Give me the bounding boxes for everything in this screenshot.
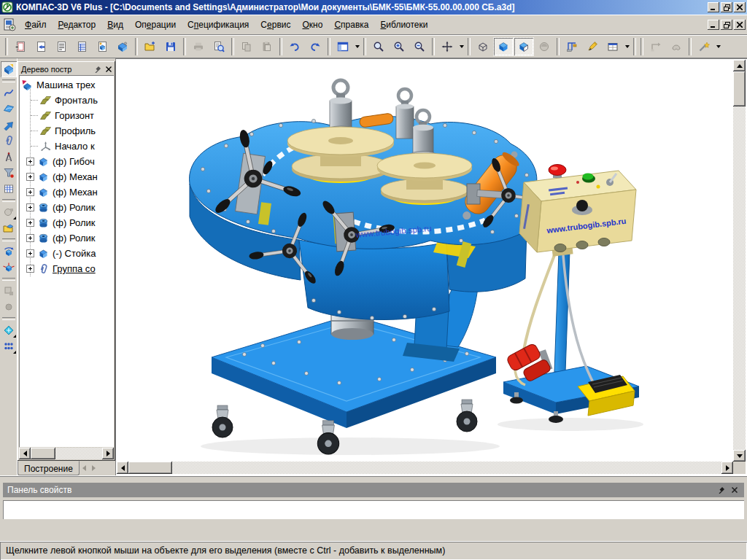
scroll-down-button[interactable]	[733, 450, 746, 462]
sketch-edit-button[interactable]	[582, 37, 603, 56]
control-stand[interactable]: www.trubogib.spb.ru	[503, 165, 639, 424]
menu-item[interactable]: Библиотеки	[374, 17, 433, 33]
menu-item[interactable]: Вид	[101, 17, 129, 33]
show-panels-button[interactable]	[333, 37, 353, 56]
lifting-eyebolt-rear[interactable]	[396, 89, 414, 139]
check-part-button[interactable]	[1, 204, 17, 220]
menu-item[interactable]: Справка	[328, 17, 374, 33]
restore-button[interactable]	[721, 2, 732, 12]
measurements-button[interactable]	[1, 149, 17, 165]
new-text-document-button[interactable]	[51, 37, 71, 56]
menu-item[interactable]: Файл	[19, 17, 53, 33]
shaded-with-edges-button[interactable]	[514, 37, 534, 56]
menu-item[interactable]: Операции	[129, 17, 182, 33]
print-button[interactable]	[188, 37, 209, 56]
tab-scroll-right[interactable]	[89, 461, 98, 475]
tree-item[interactable]: Группа со	[19, 261, 114, 276]
hide-components-button[interactable]	[1, 283, 17, 299]
properties-panel-content[interactable]	[3, 500, 744, 519]
doc-close-button[interactable]	[734, 20, 746, 30]
scroll-left-button[interactable]	[117, 462, 128, 474]
scroll-right-button[interactable]	[721, 462, 733, 474]
minimize-button[interactable]	[708, 2, 719, 12]
zoom-in-button[interactable]	[389, 37, 409, 56]
undo-button[interactable]	[285, 37, 305, 56]
designations-button[interactable]	[562, 37, 582, 56]
scroll-thumb[interactable]	[733, 71, 746, 106]
zoom-out-button[interactable]	[409, 37, 430, 56]
viewport-3d[interactable]: www.trubogib.spb.ru www.trubogib.spb.ru	[115, 58, 747, 475]
scroll-thumb[interactable]	[31, 448, 55, 459]
tree-item[interactable]: (ф) Механ	[19, 169, 114, 184]
spatial-curves-button[interactable]	[1, 85, 17, 101]
start-button[interactable]	[583, 174, 594, 180]
paste-button[interactable]	[257, 37, 277, 56]
parametrization-button[interactable]	[1, 181, 17, 197]
measure-dropdown[interactable]	[714, 38, 722, 55]
face-style-button[interactable]	[666, 37, 686, 56]
new-part-button[interactable]	[112, 37, 133, 56]
copy-button[interactable]	[236, 37, 257, 56]
expand-toggle[interactable]	[26, 249, 34, 257]
new-sheet-button[interactable]	[10, 37, 31, 56]
properties-panel-header[interactable]: Панель свойств	[3, 483, 744, 497]
scroll-track[interactable]	[733, 71, 746, 450]
tree-item[interactable]: (ф) Ролик	[19, 215, 114, 230]
tab-scroll-left[interactable]	[80, 461, 89, 475]
zoom-frame-button[interactable]	[368, 37, 389, 56]
menu-item[interactable]: Сервис	[255, 17, 296, 33]
exclude-components-button[interactable]	[1, 299, 17, 315]
tree-item[interactable]: Начало к	[19, 139, 114, 154]
tree-item[interactable]: (ф) Ролик	[19, 200, 114, 215]
new-assembly-button[interactable]	[92, 37, 112, 56]
pan-dropdown[interactable]	[457, 38, 465, 55]
doc-minimize-button[interactable]	[708, 20, 719, 30]
tree-item[interactable]: (-) Стойка	[19, 246, 114, 261]
rotate-view-button[interactable]	[1, 244, 17, 260]
array-copies-button[interactable]	[1, 338, 17, 354]
hidden-lines-button[interactable]	[534, 37, 554, 56]
new-window-dropdown[interactable]	[623, 38, 631, 55]
scroll-left-button[interactable]	[19, 448, 31, 459]
wireframe-button[interactable]	[473, 37, 493, 56]
scroll-track[interactable]	[31, 448, 102, 459]
expand-toggle[interactable]	[26, 188, 34, 196]
menu-item[interactable]: Окно	[296, 17, 328, 33]
machine-3d-model[interactable]: www.trubogib.spb.ru www.trubogib.spb.ru	[117, 60, 733, 462]
tree-horizontal-scrollbar[interactable]	[19, 448, 114, 459]
orientation-cube-button[interactable]	[1, 260, 17, 276]
tree-item[interactable]: Фронталь	[19, 93, 114, 108]
expand-toggle[interactable]	[26, 219, 34, 227]
menu-item[interactable]: Спецификация	[182, 17, 255, 33]
expand-toggle[interactable]	[26, 203, 34, 211]
redo-button[interactable]	[305, 37, 325, 56]
open-button[interactable]	[140, 37, 160, 56]
tree-panel-header[interactable]: Дерево постр	[19, 63, 114, 75]
scroll-track[interactable]	[128, 462, 721, 474]
save-button[interactable]	[160, 37, 181, 56]
scroll-right-button[interactable]	[102, 448, 114, 459]
tree-item[interactable]: Машина трех	[19, 77, 114, 93]
tree-item[interactable]: (ф) Ролик	[19, 230, 114, 246]
scroll-up-button[interactable]	[733, 60, 746, 71]
expand-toggle[interactable]	[26, 234, 34, 242]
props-pin-button[interactable]	[716, 485, 727, 495]
tree-item[interactable]: Профиль	[19, 123, 114, 139]
edge-style-button[interactable]	[646, 37, 666, 56]
props-close-button[interactable]	[729, 485, 740, 495]
viewport-vertical-scrollbar[interactable]	[733, 60, 746, 462]
filters-button[interactable]	[1, 165, 17, 181]
tab-construction[interactable]: Построение	[18, 461, 80, 475]
close-button[interactable]	[734, 2, 746, 12]
tree-close-button[interactable]	[104, 64, 114, 74]
shaded-button[interactable]	[493, 37, 514, 56]
edit-part-button[interactable]	[1, 61, 17, 77]
tree-item[interactable]: Горизонт	[19, 108, 114, 123]
new-specification-button[interactable]	[71, 37, 92, 56]
show-panels-dropdown[interactable]	[353, 38, 361, 55]
measure-wand-button[interactable]	[694, 37, 714, 56]
scroll-thumb[interactable]	[128, 462, 172, 474]
expand-toggle[interactable]	[26, 158, 34, 166]
emergency-stop-button[interactable]	[549, 165, 566, 176]
expand-toggle[interactable]	[26, 173, 34, 181]
